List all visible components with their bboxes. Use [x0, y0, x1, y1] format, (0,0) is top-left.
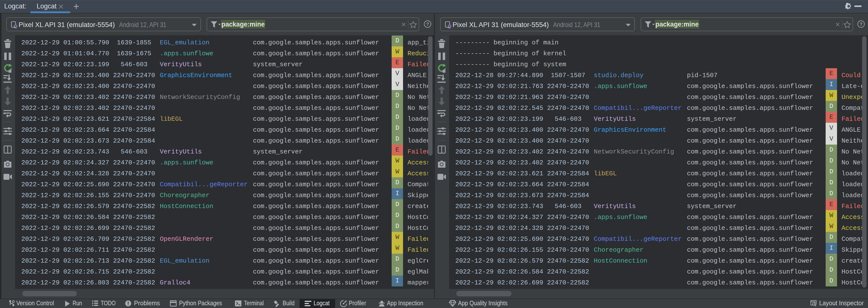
svg-text:?: ? [426, 22, 429, 27]
svg-text:?: ? [860, 22, 863, 27]
